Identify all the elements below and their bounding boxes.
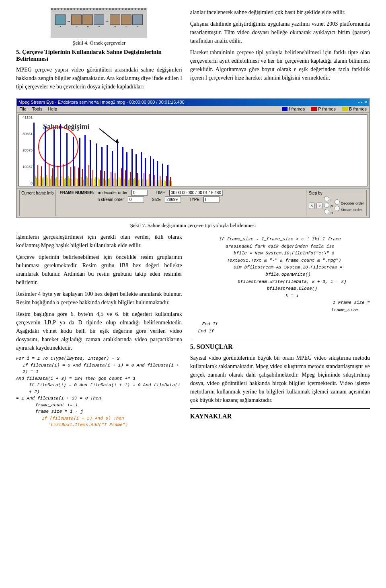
y-axis: 41151 30861 20575 10287 0 [19,115,33,186]
step-order: Decoder order Stream order [335,199,364,212]
top-right-para2: Çalışma dahilinde geliştirdiğimiz uygula… [190,20,370,45]
menu-file[interactable]: File [19,107,27,111]
legend-area: I frames P frames B frames [282,107,367,111]
y-label-0: 0 [19,181,33,185]
code-right-2: arasındaki fark eşik değerinden fazla is… [190,243,370,250]
code-right-3: bfile = New System.IO.FileInfo("c:\" & [190,250,370,257]
y-label-3: 30861 [19,132,33,136]
mpeg-viewer: Mpeg Stream Eye - E:\doktora seminer\all… [16,98,370,218]
right-middle-para1: Hareket tahmininin çerçeve tipi yoluyla … [190,48,370,82]
frame-number-label: FRAME NUMBER: [60,191,94,195]
code-right-8: bfilestream.Close() [190,285,370,293]
code-line-6: frame_count += 1 [16,402,182,409]
mpeg-bottom: Current frame info FRAME NUMBER: in deco… [17,188,369,217]
legend-i: I frames [282,107,305,111]
time-label: TIME [156,191,165,195]
left-lower-para3: Resimler 4 byte yer kaplayan 100 hex değ… [16,290,182,307]
code-line-7: frame_size = i - j [16,408,182,415]
figure4-area: I → B B P → [16,8,182,46]
mpeg-titlebar: Mpeg Stream Eye - E:\doktora seminer\all… [17,99,369,106]
current-frame-label: Current frame info [19,190,56,216]
step-by-area: Step by < > I P B Decoder order Stream o… [306,190,367,216]
code-line-1: For i = 1 To CType(lBytes, Integer) - 3 [16,355,182,362]
left-lower-para1: İşlemlerin gerçekleştirilmesi için gerek… [16,233,182,250]
top-right-para1: alanlar incelenerek sahne değişimleri ço… [190,8,370,16]
type-val: I [203,197,220,203]
step-options: I P B [324,196,333,215]
code-right-4: TextBox1.Text & "-" & frame_count & ".mp… [190,257,370,264]
left-lower-para4: Resim başlığına göre 6. byte'ın 4,5 ve 6… [16,310,182,352]
y-label-4: 41151 [19,115,33,119]
kaynaklar-title: KAYNAKLAR [190,413,370,420]
code-right-blank [190,314,370,321]
section5-para1: MPEG çerçeve yapısı video görüntüleri ar… [16,66,182,91]
step-next[interactable]: > [316,203,322,209]
code-right-framesize: frame_size [190,307,370,314]
legend-b: B frames [342,107,367,111]
legend-p-box [311,107,317,111]
code-line-2: If fileData(i) = 0 And fileData(i + 1) =… [16,362,182,375]
code-right-7: bfilestream.Write(fileData, k + 3, i - k… [190,279,370,286]
code-right-1: If frame_size - I_Frame_size > ε ' İki I… [190,236,370,243]
code-line-4: If fileData(i) = 0 And fileData(i + 1) =… [16,382,182,395]
results-title: 5. SONUÇLAR [190,343,370,350]
section5-title: 5. Çerçeve Tiplerinin Kullanılarak Sahne… [16,49,182,62]
code-line-3: And fileData(i + 3) = 184 Then gop_count… [16,375,182,382]
code-right-9: k = i [190,293,370,300]
mpeg-controls: ▪ ▪ ✕ [358,100,368,105]
step-by-label: Step by [309,191,364,195]
section-divider [190,339,370,339]
code-block-left: For i = 1 To CType(lBytes, Integer) - 3 … [16,355,182,428]
type-label: TYPE [189,197,199,202]
stream-val: 0 [128,197,144,203]
code-line-8: If (fileData(i + 5) And 8) Then [16,415,182,422]
menu-help[interactable]: Help [48,107,57,111]
chart-area: 41151 30861 20575 10287 0 Sahne değişimi [18,114,368,186]
code-right-6: bfile.OpenWrite() [190,271,370,279]
figure4-caption: Şekil 4. Örnek çerçeveler [16,40,182,46]
chart-bars [33,115,367,186]
stream-order-label: in stream order [97,197,124,202]
decoder-order-label: in decoder order [98,191,127,195]
time-val: 00:00:00.000 / 00:01:16.480 [169,190,223,196]
code-block-right: If frame_size - I_Frame_size > ε ' İki I… [190,236,370,335]
left-lower-para2: Çerçeve tiplerinin belirlenebilmesi için… [16,253,182,287]
decoder-val: 0 [131,190,148,196]
legend-p: P frames [311,107,336,111]
legend-p-label: P frames [318,107,336,111]
y-label-1: 10287 [19,165,33,169]
size-val: 28699 [165,197,181,203]
legend-i-box [282,107,287,111]
menu-tools[interactable]: Tools [32,107,43,111]
mpeg-title: Mpeg Stream Eye - E:\doktora seminer\all… [18,100,185,105]
fig7-caption: Şekil 7. Sahne değişiminin çerçeve tipi … [16,222,370,229]
y-label-2: 20575 [19,148,33,152]
legend-b-box [342,107,348,111]
code-right-5: Dim bfilestream As System.IO.FileStream … [190,264,370,271]
frame-info-area: FRAME NUMBER: in decoder order 0 TIME 00… [60,190,223,216]
code-line-5: = 1 And fileData(i + 3) = 0 Then [16,395,182,402]
mpeg-menubar[interactable]: File Tools Help I frames P frames B fram… [17,106,369,113]
results-para1: Sayısal video görüntülerinin büyük bir o… [190,354,370,404]
code-right-endif1: End If [190,321,370,328]
code-right-isize: I_Frame_size = [190,299,370,307]
legend-b-label: B frames [349,107,367,111]
legend-i-label: I frames [289,107,305,111]
step-prev[interactable]: < [309,203,315,209]
results-section: 5. SONUÇLAR Sayısal video görüntülerinin… [190,343,370,404]
code-line-9: 'ListBox1.Items.Add("I Frame") [16,422,182,428]
code-right-endif2: End If [190,328,370,335]
size-label: SIZE [152,197,161,202]
kaynaklar-divider [190,408,370,409]
